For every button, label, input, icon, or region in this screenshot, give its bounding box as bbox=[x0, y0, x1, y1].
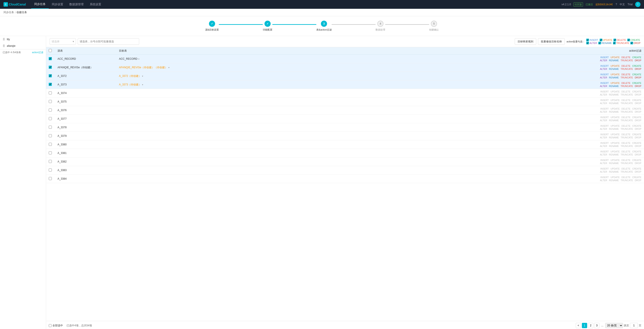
action-update-tag[interactable]: UPDATE bbox=[611, 73, 620, 76]
action-truncate-tag[interactable]: TRUNCATE bbox=[620, 93, 633, 96]
row-target-table[interactable] bbox=[116, 132, 569, 140]
row-checkbox-3[interactable] bbox=[49, 74, 52, 77]
row-checkbox-10[interactable] bbox=[49, 134, 52, 137]
action-insert-tag[interactable]: INSERT bbox=[600, 99, 609, 102]
nav-item-sync-setting[interactable]: 同步设置 bbox=[49, 0, 66, 9]
action-insert-tag[interactable]: INSERT bbox=[600, 176, 609, 179]
action-drop-tag[interactable]: DROP bbox=[635, 170, 641, 173]
action-rename-tag[interactable]: RENAME bbox=[609, 76, 619, 79]
action-insert-tag[interactable]: INSERT bbox=[600, 125, 609, 127]
goto-page-input[interactable] bbox=[630, 323, 638, 328]
action-rename-tag[interactable]: RENAME bbox=[609, 59, 619, 62]
action-delete-tag[interactable]: DELETE bbox=[622, 125, 630, 127]
action-create-tag[interactable]: CREATE bbox=[632, 65, 641, 67]
action-truncate-tag[interactable]: TRUNCATE bbox=[620, 136, 633, 139]
action-update-tag[interactable]: UPDATE bbox=[611, 56, 620, 59]
action-insert-tag[interactable]: INSERT bbox=[600, 133, 609, 136]
checkbox-insert[interactable] bbox=[586, 39, 589, 41]
action-alter-tag[interactable]: ALTER bbox=[600, 153, 607, 156]
action-alter-tag[interactable]: ALTER bbox=[600, 85, 607, 87]
action-create-tag[interactable]: CREATE bbox=[632, 167, 641, 170]
row-target-table[interactable] bbox=[116, 175, 569, 183]
checkbox-truncate[interactable] bbox=[613, 42, 616, 44]
row-target-table[interactable] bbox=[116, 106, 569, 115]
action-update-tag[interactable]: UPDATE bbox=[611, 116, 620, 119]
action-create-tag[interactable]: CREATE bbox=[632, 90, 641, 93]
action-delete-tag[interactable]: DELETE bbox=[622, 90, 630, 93]
action-alter-tag[interactable]: ALTER bbox=[600, 119, 607, 122]
row-checkbox-5[interactable] bbox=[49, 91, 52, 94]
row-target-table[interactable] bbox=[116, 89, 569, 98]
page-3-button[interactable]: 3 bbox=[594, 323, 600, 328]
action-delete-tag[interactable]: DELETE bbox=[622, 133, 630, 136]
row-checkbox-12[interactable] bbox=[49, 151, 52, 154]
row-checkbox-14[interactable] bbox=[49, 168, 52, 172]
action-delete-tag[interactable]: DELETE bbox=[622, 142, 630, 144]
row-checkbox-1[interactable] bbox=[49, 57, 52, 60]
action-truncate-tag[interactable]: TRUNCATE bbox=[620, 145, 633, 147]
target-mapping-rule-button[interactable]: 目标映射规则 bbox=[515, 38, 536, 45]
action-update-tag[interactable]: UPDATE bbox=[611, 65, 620, 67]
action-create-tag[interactable]: CREATE bbox=[632, 176, 641, 179]
action-alter-tag[interactable]: ALTER bbox=[600, 170, 607, 173]
action-delete-tag[interactable]: DELETE bbox=[622, 56, 630, 59]
checkbox-delete[interactable] bbox=[614, 39, 616, 41]
action-rename-tag[interactable]: RENAME bbox=[609, 85, 619, 87]
action-truncate-tag[interactable]: TRUNCATE bbox=[620, 59, 633, 62]
action-delete-tag[interactable]: DELETE bbox=[622, 65, 630, 67]
row-target-table[interactable] bbox=[116, 98, 569, 106]
action-rename-tag[interactable]: RENAME bbox=[609, 145, 619, 147]
action-delete-tag[interactable]: DELETE bbox=[622, 73, 630, 76]
action-update-tag[interactable]: UPDATE bbox=[611, 82, 620, 84]
action-delete-tag[interactable]: DELETE bbox=[622, 150, 630, 153]
page-size-select[interactable]: 20 条/页 50 条/页 100 条/页 bbox=[605, 323, 623, 328]
action-update-tag[interactable]: UPDATE bbox=[611, 142, 620, 144]
sidebar-item-afanqie[interactable]: 🗄 afanqie bbox=[0, 43, 46, 49]
action-update-tag[interactable]: UPDATE bbox=[611, 133, 620, 136]
action-create-tag[interactable]: CREATE bbox=[632, 150, 641, 153]
row-checkbox-9[interactable] bbox=[49, 126, 52, 129]
action-update-tag[interactable]: UPDATE bbox=[611, 159, 620, 161]
batch-rename-button[interactable]: 批量修改目标名称 bbox=[538, 38, 565, 45]
row-target-table[interactable] bbox=[116, 115, 569, 123]
action-alter-tag[interactable]: ALTER bbox=[600, 93, 607, 96]
checkbox-alter[interactable] bbox=[586, 42, 589, 44]
action-truncate-tag[interactable]: TRUNCATE bbox=[620, 179, 633, 182]
action-rename-tag[interactable]: RENAME bbox=[609, 170, 619, 173]
action-update-tag[interactable]: UPDATE bbox=[611, 176, 620, 179]
action-update-tag[interactable]: UPDATE bbox=[611, 90, 620, 93]
row-target-table[interactable] bbox=[116, 157, 569, 166]
cb-update[interactable]: UPDATE bbox=[600, 39, 612, 41]
action-truncate-tag[interactable]: TRUNCATE bbox=[620, 128, 633, 130]
action-truncate-tag[interactable]: TRUNCATE bbox=[620, 170, 633, 173]
cb-alter[interactable]: ALTER bbox=[586, 42, 597, 44]
action-truncate-tag[interactable]: TRUNCATE bbox=[620, 68, 633, 70]
row-target-table[interactable]: AFANQIE_REVISe（待创建）（待创建）▾ bbox=[116, 63, 569, 72]
action-update-tag[interactable]: UPDATE bbox=[611, 150, 620, 153]
action-alter-tag[interactable]: ALTER bbox=[600, 59, 607, 62]
action-alter-tag[interactable]: ALTER bbox=[600, 111, 607, 113]
action-rename-tag[interactable]: RENAME bbox=[609, 68, 619, 70]
action-alter-tag[interactable]: ALTER bbox=[600, 179, 607, 182]
action-create-tag[interactable]: CREATE bbox=[632, 73, 641, 76]
cb-insert[interactable]: INSERT bbox=[586, 39, 598, 41]
checkbox-update[interactable] bbox=[600, 39, 602, 41]
action-drop-tag[interactable]: DROP bbox=[635, 136, 641, 139]
checkbox-rename[interactable] bbox=[598, 42, 601, 44]
action-truncate-tag[interactable]: TRUNCATE bbox=[620, 153, 633, 156]
action-rename-tag[interactable]: RENAME bbox=[609, 153, 619, 156]
table-search-input[interactable] bbox=[78, 38, 139, 45]
action-drop-tag[interactable]: DROP bbox=[635, 93, 641, 96]
action-truncate-tag[interactable]: TRUNCATE bbox=[620, 119, 633, 122]
action-drop-tag[interactable]: DROP bbox=[635, 119, 641, 122]
user-label[interactable]: Trial bbox=[628, 3, 632, 6]
action-alter-tag[interactable]: ALTER bbox=[600, 76, 607, 79]
action-truncate-tag[interactable]: TRUNCATE bbox=[620, 102, 633, 105]
action-truncate-tag[interactable]: TRUNCATE bbox=[620, 162, 633, 165]
nav-item-sync-task[interactable]: 同步任务 bbox=[31, 0, 49, 9]
action-insert-tag[interactable]: INSERT bbox=[600, 142, 609, 144]
action-rename-tag[interactable]: RENAME bbox=[609, 119, 619, 122]
action-create-tag[interactable]: CREATE bbox=[632, 159, 641, 161]
nav-item-system-setting[interactable]: 系统设置 bbox=[87, 0, 104, 9]
row-target-table[interactable]: A_3373（待创建）▾ bbox=[116, 80, 569, 89]
